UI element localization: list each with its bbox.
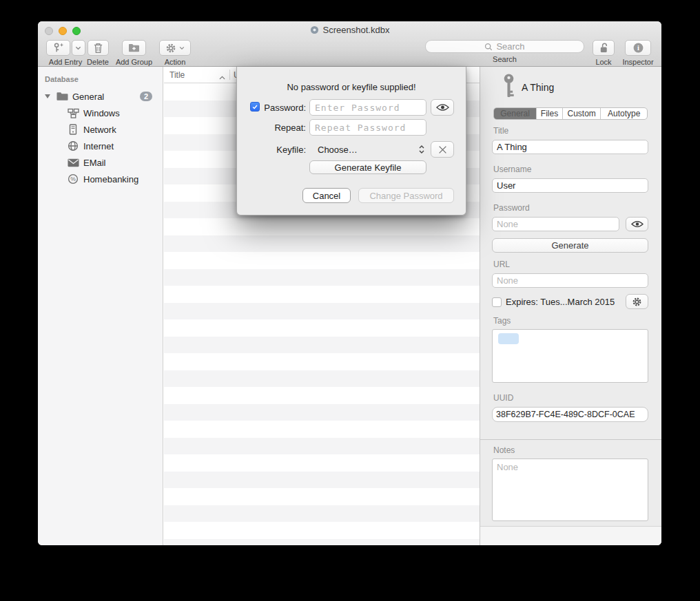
notes-field[interactable] [492,458,648,521]
keyfile-label: Keyfile: [261,145,306,155]
username-field-label: Username [493,165,531,174]
tab-custom[interactable]: Custom [563,108,601,119]
reveal-password-button[interactable] [626,217,648,231]
app-window: Screenshot.kdbx Add Entry [38,21,661,545]
change-password-button[interactable]: Change Password [358,188,454,203]
sidebar-item-windows[interactable]: Windows [38,105,163,121]
add-group-button[interactable] [122,40,146,56]
keyfile-popup[interactable]: Choose… [309,141,426,158]
column-header-title[interactable]: Title [169,70,185,80]
generate-keyfile-label: Generate Keyfile [335,162,402,173]
password-input[interactable] [309,99,426,116]
sidebar-item-internet[interactable]: Internet [38,138,163,154]
inspector-tabs: General Files Custom Autotype [493,107,648,120]
action-button[interactable] [159,40,191,56]
inspector-label: Inspector [622,58,653,66]
notes-field-label: Notes [493,445,515,455]
clear-keyfile-button[interactable] [431,141,454,158]
password-field-label: Password [493,203,530,213]
search-label: Search [493,55,517,63]
add-entry-group: Add Entry [45,40,85,66]
sidebar-item-email[interactable]: EMail [38,154,163,171]
lock-open-icon [599,42,609,54]
sidebar-item-label: Internet [83,141,114,151]
search-input[interactable]: Search [425,40,584,53]
repeat-password-input[interactable] [309,119,426,136]
sidebar-item-label: General [72,92,104,102]
action-group: Action [159,40,191,66]
sheet-message: No password or keyfile supplied! [237,82,466,92]
lock-button[interactable] [593,40,615,56]
expires-row: Expires: Tues...March 2015 [492,297,615,307]
inspector-group: i Inspector [621,40,655,66]
sort-ascending-icon [219,72,225,82]
search-group: Search Search [425,40,584,63]
add-entry-label: Add Entry [49,58,82,66]
chevron-down-icon [75,46,81,50]
expires-checkbox[interactable] [492,297,502,307]
delete-button[interactable] [88,40,109,56]
uuid-field-label: UUID [493,393,513,403]
sidebar-section-header: Database [45,75,79,83]
gear-icon [165,43,176,54]
sidebar-item-network[interactable]: Network [38,121,163,138]
cancel-button[interactable]: Cancel [302,188,351,203]
eye-icon [436,103,449,112]
title-field[interactable] [492,140,648,154]
svg-text:i: i [637,44,639,52]
search-placeholder: Search [496,41,524,52]
notes-divider [480,439,661,440]
add-group-label: Add Group [116,58,152,66]
title-field-label: Title [493,126,508,136]
tab-general[interactable]: General [494,108,537,119]
globe-icon [67,140,79,151]
eye-icon [631,220,644,228]
password-checkbox[interactable] [250,102,260,112]
repeat-label: Repeat: [261,123,306,133]
chevron-down-icon [179,46,185,50]
window-title-area: Screenshot.kdbx [38,25,661,35]
sidebar-item-homebanking[interactable]: % Homebanking [38,171,163,187]
sidebar-item-general[interactable]: General 2 [38,88,163,105]
sidebar-item-label: EMail [83,158,106,168]
cancel-button-label: Cancel [313,191,340,201]
key-icon [503,74,515,101]
password-field[interactable] [492,217,619,231]
trash-icon [93,42,103,54]
tag-token[interactable] [498,333,519,344]
generate-keyfile-button[interactable]: Generate Keyfile [309,160,426,174]
gear-icon [632,297,642,307]
tab-autotype[interactable]: Autotype [601,108,647,119]
group-sidebar: Database General 2 Windows Network I [38,67,163,545]
change-password-sheet: No password or keyfile supplied! Passwor… [236,67,466,215]
stepper-icon [418,145,425,154]
generate-password-button[interactable]: Generate [492,238,648,253]
tags-box[interactable] [492,329,648,383]
column-divider[interactable] [229,70,230,80]
inspector-panel: A Thing General Files Custom Autotype Ti… [480,67,661,545]
server-icon [67,124,79,135]
add-group-group: Add Group [112,40,156,66]
reveal-password-button[interactable] [431,99,454,116]
sidebar-item-label: Homebanking [83,174,138,184]
add-entry-button[interactable] [46,40,70,56]
titlebar-toolbar: Screenshot.kdbx Add Entry [38,21,661,67]
action-label: Action [165,58,186,66]
username-field[interactable] [492,178,648,193]
folder-plus-icon [128,43,140,53]
checkmark-icon [251,103,258,110]
uuid-field[interactable] [492,407,648,422]
tags-field-label: Tags [493,316,511,326]
inspector-button[interactable]: i [625,40,651,56]
entry-count-badge: 2 [140,92,152,101]
disclosure-triangle-icon[interactable] [45,94,50,98]
sidebar-item-label: Windows [83,108,120,118]
tab-files[interactable]: Files [537,108,563,119]
url-field[interactable] [492,273,648,288]
expires-settings-button[interactable] [626,294,648,309]
entry-title: A Thing [522,82,554,93]
search-icon [484,43,493,51]
delete-group: Delete [85,40,110,66]
add-entry-dropdown-button[interactable] [72,40,85,56]
windows-icon [67,108,79,118]
